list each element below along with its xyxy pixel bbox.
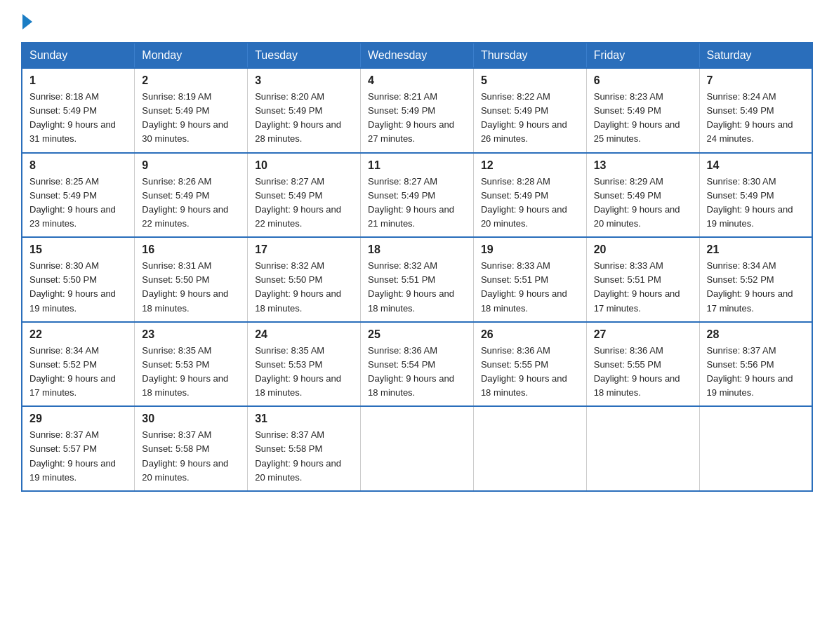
day-number: 21: [707, 243, 805, 256]
calendar-day-cell: 21Sunrise: 8:34 AMSunset: 5:52 PMDayligh…: [699, 237, 812, 322]
calendar-day-cell: 22Sunrise: 8:34 AMSunset: 5:52 PMDayligh…: [22, 322, 135, 407]
calendar-day-cell: 28Sunrise: 8:37 AMSunset: 5:56 PMDayligh…: [699, 322, 812, 407]
day-number: 19: [481, 243, 579, 256]
page-header: [21, 14, 813, 29]
day-number: 1: [29, 74, 127, 87]
day-number: 29: [29, 412, 127, 425]
day-number: 23: [142, 328, 240, 341]
calendar-day-cell: 26Sunrise: 8:36 AMSunset: 5:55 PMDayligh…: [473, 322, 586, 407]
calendar-day-cell: 6Sunrise: 8:23 AMSunset: 5:49 PMDaylight…: [586, 68, 699, 153]
calendar-day-cell: [586, 406, 699, 491]
day-of-week-header: Tuesday: [248, 43, 361, 68]
calendar-day-cell: 1Sunrise: 8:18 AMSunset: 5:49 PMDaylight…: [22, 68, 135, 153]
day-info: Sunrise: 8:34 AMSunset: 5:52 PMDaylight:…: [29, 344, 127, 401]
day-number: 2: [142, 74, 240, 87]
day-number: 8: [29, 159, 127, 172]
calendar-day-cell: 9Sunrise: 8:26 AMSunset: 5:49 PMDaylight…: [135, 153, 248, 238]
calendar-week-row: 8Sunrise: 8:25 AMSunset: 5:49 PMDaylight…: [22, 153, 812, 238]
day-info: Sunrise: 8:37 AMSunset: 5:58 PMDaylight:…: [255, 428, 353, 485]
calendar-week-row: 22Sunrise: 8:34 AMSunset: 5:52 PMDayligh…: [22, 322, 812, 407]
calendar-day-cell: 5Sunrise: 8:22 AMSunset: 5:49 PMDaylight…: [473, 68, 586, 153]
day-info: Sunrise: 8:19 AMSunset: 5:49 PMDaylight:…: [142, 90, 240, 147]
calendar-day-cell: 7Sunrise: 8:24 AMSunset: 5:49 PMDaylight…: [699, 68, 812, 153]
day-info: Sunrise: 8:20 AMSunset: 5:49 PMDaylight:…: [255, 90, 353, 147]
calendar-day-cell: 10Sunrise: 8:27 AMSunset: 5:49 PMDayligh…: [248, 153, 361, 238]
calendar-week-row: 15Sunrise: 8:30 AMSunset: 5:50 PMDayligh…: [22, 237, 812, 322]
day-info: Sunrise: 8:37 AMSunset: 5:58 PMDaylight:…: [142, 428, 240, 485]
calendar-day-cell: 20Sunrise: 8:33 AMSunset: 5:51 PMDayligh…: [586, 237, 699, 322]
day-info: Sunrise: 8:36 AMSunset: 5:55 PMDaylight:…: [481, 344, 579, 401]
day-info: Sunrise: 8:33 AMSunset: 5:51 PMDaylight:…: [594, 259, 692, 316]
day-info: Sunrise: 8:37 AMSunset: 5:57 PMDaylight:…: [29, 428, 127, 485]
calendar-day-cell: 11Sunrise: 8:27 AMSunset: 5:49 PMDayligh…: [361, 153, 474, 238]
day-number: 17: [255, 243, 353, 256]
day-of-week-header: Thursday: [473, 43, 586, 68]
day-number: 10: [255, 159, 353, 172]
day-number: 27: [594, 328, 692, 341]
day-number: 31: [255, 412, 353, 425]
calendar-day-cell: 8Sunrise: 8:25 AMSunset: 5:49 PMDaylight…: [22, 153, 135, 238]
day-number: 15: [29, 243, 127, 256]
day-number: 25: [368, 328, 466, 341]
day-info: Sunrise: 8:22 AMSunset: 5:49 PMDaylight:…: [481, 90, 579, 147]
day-info: Sunrise: 8:30 AMSunset: 5:50 PMDaylight:…: [29, 259, 127, 316]
calendar-day-cell: 14Sunrise: 8:30 AMSunset: 5:49 PMDayligh…: [699, 153, 812, 238]
day-number: 5: [481, 74, 579, 87]
day-number: 13: [594, 159, 692, 172]
day-of-week-header: Sunday: [22, 43, 135, 68]
day-number: 3: [255, 74, 353, 87]
day-number: 20: [594, 243, 692, 256]
day-info: Sunrise: 8:32 AMSunset: 5:51 PMDaylight:…: [368, 259, 466, 316]
day-info: Sunrise: 8:21 AMSunset: 5:49 PMDaylight:…: [368, 90, 466, 147]
day-info: Sunrise: 8:32 AMSunset: 5:50 PMDaylight:…: [255, 259, 353, 316]
calendar-day-cell: 4Sunrise: 8:21 AMSunset: 5:49 PMDaylight…: [361, 68, 474, 153]
day-number: 28: [707, 328, 805, 341]
day-number: 4: [368, 74, 466, 87]
day-info: Sunrise: 8:30 AMSunset: 5:49 PMDaylight:…: [707, 175, 805, 232]
day-of-week-header: Saturday: [699, 43, 812, 68]
day-info: Sunrise: 8:27 AMSunset: 5:49 PMDaylight:…: [255, 175, 353, 232]
day-number: 22: [29, 328, 127, 341]
day-info: Sunrise: 8:36 AMSunset: 5:55 PMDaylight:…: [594, 344, 692, 401]
calendar-day-cell: 27Sunrise: 8:36 AMSunset: 5:55 PMDayligh…: [586, 322, 699, 407]
calendar-day-cell: 3Sunrise: 8:20 AMSunset: 5:49 PMDaylight…: [248, 68, 361, 153]
day-number: 7: [707, 74, 805, 87]
day-number: 30: [142, 412, 240, 425]
day-number: 9: [142, 159, 240, 172]
day-info: Sunrise: 8:26 AMSunset: 5:49 PMDaylight:…: [142, 175, 240, 232]
day-info: Sunrise: 8:31 AMSunset: 5:50 PMDaylight:…: [142, 259, 240, 316]
day-of-week-header: Friday: [586, 43, 699, 68]
calendar-day-cell: 19Sunrise: 8:33 AMSunset: 5:51 PMDayligh…: [473, 237, 586, 322]
calendar-day-cell: 16Sunrise: 8:31 AMSunset: 5:50 PMDayligh…: [135, 237, 248, 322]
calendar-day-cell: [473, 406, 586, 491]
logo-arrow-icon: [22, 14, 32, 29]
calendar-day-cell: 12Sunrise: 8:28 AMSunset: 5:49 PMDayligh…: [473, 153, 586, 238]
day-number: 24: [255, 328, 353, 341]
day-info: Sunrise: 8:33 AMSunset: 5:51 PMDaylight:…: [481, 259, 579, 316]
day-number: 16: [142, 243, 240, 256]
day-number: 6: [594, 74, 692, 87]
day-of-week-header: Wednesday: [361, 43, 474, 68]
calendar-day-cell: 31Sunrise: 8:37 AMSunset: 5:58 PMDayligh…: [248, 406, 361, 491]
calendar-day-cell: 29Sunrise: 8:37 AMSunset: 5:57 PMDayligh…: [22, 406, 135, 491]
calendar-day-cell: 18Sunrise: 8:32 AMSunset: 5:51 PMDayligh…: [361, 237, 474, 322]
day-info: Sunrise: 8:24 AMSunset: 5:49 PMDaylight:…: [707, 90, 805, 147]
calendar-day-cell: 30Sunrise: 8:37 AMSunset: 5:58 PMDayligh…: [135, 406, 248, 491]
day-number: 14: [707, 159, 805, 172]
calendar-day-cell: [361, 406, 474, 491]
day-info: Sunrise: 8:34 AMSunset: 5:52 PMDaylight:…: [707, 259, 805, 316]
day-info: Sunrise: 8:35 AMSunset: 5:53 PMDaylight:…: [255, 344, 353, 401]
calendar-header-row: SundayMondayTuesdayWednesdayThursdayFrid…: [22, 43, 812, 68]
day-info: Sunrise: 8:18 AMSunset: 5:49 PMDaylight:…: [29, 90, 127, 147]
day-info: Sunrise: 8:27 AMSunset: 5:49 PMDaylight:…: [368, 175, 466, 232]
day-number: 26: [481, 328, 579, 341]
day-number: 11: [368, 159, 466, 172]
day-info: Sunrise: 8:29 AMSunset: 5:49 PMDaylight:…: [594, 175, 692, 232]
calendar-day-cell: 13Sunrise: 8:29 AMSunset: 5:49 PMDayligh…: [586, 153, 699, 238]
day-of-week-header: Monday: [135, 43, 248, 68]
day-number: 18: [368, 243, 466, 256]
logo: [21, 14, 34, 29]
calendar-week-row: 29Sunrise: 8:37 AMSunset: 5:57 PMDayligh…: [22, 406, 812, 491]
day-info: Sunrise: 8:25 AMSunset: 5:49 PMDaylight:…: [29, 175, 127, 232]
calendar-day-cell: 15Sunrise: 8:30 AMSunset: 5:50 PMDayligh…: [22, 237, 135, 322]
